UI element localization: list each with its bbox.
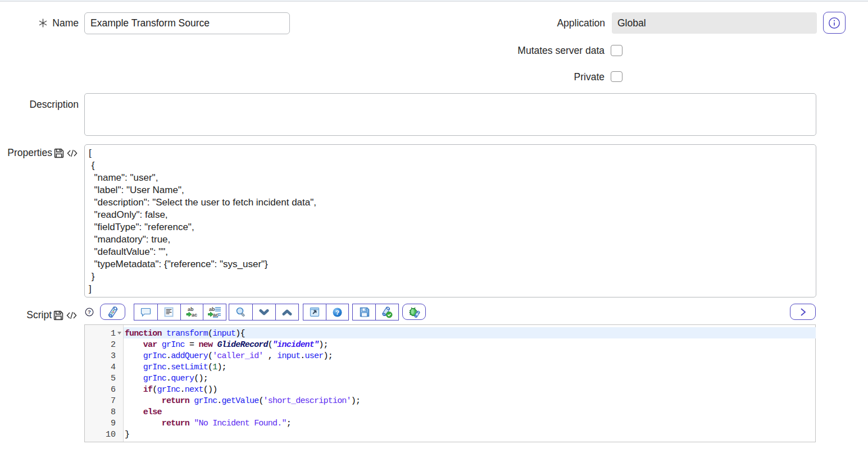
svg-text:?: ? (88, 309, 91, 315)
svg-text:ac: ac (192, 312, 197, 318)
svg-text:ab: ab (188, 306, 194, 312)
svg-text:?: ? (335, 309, 339, 315)
svg-text:ab: ab (209, 306, 215, 312)
